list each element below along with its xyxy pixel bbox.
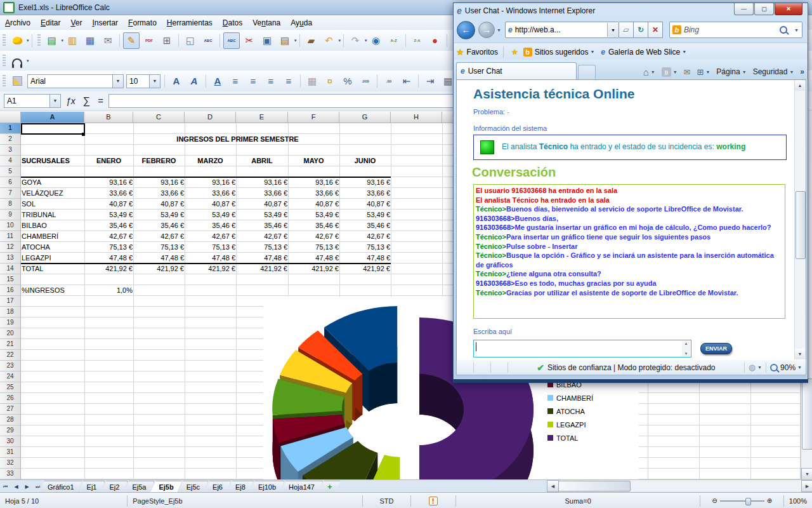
cell-C9[interactable]: 53,49 € xyxy=(134,210,187,220)
menu-insertar[interactable]: Insertar xyxy=(87,17,123,29)
align-left-button[interactable]: ≡ xyxy=(227,73,244,90)
chevron-down-icon[interactable]: ▼ xyxy=(590,50,594,54)
vscroll-thumb[interactable] xyxy=(802,378,812,450)
underline-button[interactable]: A xyxy=(209,73,226,90)
cell-D12[interactable]: 75,13 € xyxy=(185,242,238,253)
cell-D10[interactable]: 35,46 € xyxy=(185,220,238,231)
row-header-14[interactable]: 14 xyxy=(0,264,21,274)
font-name-combo[interactable]: Arial ▼ xyxy=(27,74,124,88)
new-tab-button[interactable] xyxy=(578,65,596,79)
cell-A12[interactable]: ATOCHA xyxy=(22,242,84,253)
sheet-tab-ej2[interactable]: Ej2 xyxy=(101,481,128,493)
cell-E9[interactable]: 53,49 € xyxy=(237,210,290,220)
address-bar[interactable]: e http://web.a... ▼ xyxy=(505,22,619,38)
cell-E4[interactable]: ABRIL xyxy=(237,156,287,166)
chevron-down-icon[interactable]: ▾ xyxy=(365,38,367,43)
sheet-tab-hoja147[interactable]: Hoja147 xyxy=(280,481,323,493)
read-mail-button[interactable]: ✉ xyxy=(684,64,691,79)
print-button[interactable]: ⊞▼ xyxy=(697,64,710,79)
minimize-button[interactable]: — xyxy=(734,3,754,15)
cell-C12[interactable]: 75,13 € xyxy=(134,242,187,253)
cell-B13[interactable]: 47,48 € xyxy=(85,253,135,264)
cell-D14[interactable]: 421,92 € xyxy=(185,264,238,274)
menu-archivo[interactable]: Archivo xyxy=(0,17,36,29)
font-size-combo[interactable]: 10 ▼ xyxy=(126,74,160,88)
feeds-button[interactable]: ))▼ xyxy=(662,64,678,79)
paste-button[interactable]: ▤ xyxy=(277,32,293,49)
row-header-9[interactable]: 9 xyxy=(0,210,21,220)
page-menu-button[interactable]: Página▼ xyxy=(716,64,746,79)
column-header-A[interactable]: A xyxy=(21,112,84,123)
copy-button[interactable]: ▣ xyxy=(259,32,275,49)
cell-styles-button[interactable] xyxy=(9,73,25,90)
bold-button[interactable]: A xyxy=(168,73,185,90)
row-header-31[interactable]: 31 xyxy=(0,447,21,458)
scroll-left-button[interactable]: ◀ xyxy=(547,480,559,492)
delete-decimal-button[interactable]: .00 xyxy=(381,73,397,90)
chevron-down-icon[interactable]: ▼ xyxy=(112,75,123,88)
cell-E14[interactable]: 421,92 € xyxy=(237,264,290,274)
status-page-style[interactable]: PageStyle_Ej5b xyxy=(128,495,363,507)
export-pdf-button[interactable]: PDF xyxy=(141,32,157,49)
menu-editar[interactable]: Editar xyxy=(36,17,65,29)
suggested-sites-button[interactable]: Sitios sugeridos xyxy=(535,48,589,57)
row-header-27[interactable]: 27 xyxy=(0,404,21,415)
formula-icon[interactable]: = xyxy=(98,95,103,106)
prev-sheet-button[interactable]: ◀ xyxy=(11,481,22,492)
chevron-down-icon[interactable]: ▾ xyxy=(27,58,29,64)
cell-F13[interactable]: 47,48 € xyxy=(289,253,341,264)
cell-G12[interactable]: 75,13 € xyxy=(340,242,393,253)
column-header-H[interactable]: H xyxy=(391,112,442,123)
menu-ventana[interactable]: Ventana xyxy=(247,17,285,29)
page-zoom-button[interactable]: 90% ▼ xyxy=(766,363,806,373)
row-header-23[interactable]: 23 xyxy=(0,361,21,371)
spellcheck-button[interactable]: ABC xyxy=(200,32,216,49)
add-decimal-button[interactable]: .000 xyxy=(357,73,374,90)
auto-spellcheck-button[interactable]: ABC xyxy=(223,32,240,49)
cell-A7[interactable]: VELÁZQUEZ xyxy=(22,188,84,199)
align-right-button[interactable]: ≡ xyxy=(263,73,279,90)
row-header-11[interactable]: 11 xyxy=(0,231,21,242)
open-button[interactable]: ▥ xyxy=(64,32,81,49)
cell-A13[interactable]: LEGAZPI xyxy=(22,253,84,264)
sheet-tab-ej1[interactable]: Ej1 xyxy=(79,481,105,493)
cell-A6[interactable]: GOYA xyxy=(22,177,84,188)
sort-descending-button[interactable]: Z-A xyxy=(409,32,426,49)
chevron-down-icon[interactable]: ▾ xyxy=(27,38,29,43)
cell-selection[interactable] xyxy=(21,123,85,135)
row-header-32[interactable]: 32 xyxy=(0,458,21,469)
cell-G13[interactable]: 47,48 € xyxy=(340,253,393,264)
input-scrollbar[interactable]: ▲▼ xyxy=(682,341,690,356)
cell-A14[interactable]: TOTAL xyxy=(22,264,84,274)
scroll-up-button[interactable]: ▲ xyxy=(795,80,805,91)
justify-button[interactable]: ≡ xyxy=(280,73,297,90)
row-header-12[interactable]: 12 xyxy=(0,242,21,253)
row-header-19[interactable]: 19 xyxy=(0,318,21,328)
cell-E8[interactable]: 40,87 € xyxy=(237,199,290,210)
support-headset-button[interactable] xyxy=(9,53,25,69)
search-options-chevron[interactable]: ▼ xyxy=(794,28,799,32)
cell-D13[interactable]: 47,48 € xyxy=(185,253,238,264)
function-wizard-icon[interactable]: ƒx xyxy=(66,96,75,106)
row-header-28[interactable]: 28 xyxy=(0,415,21,425)
cell-F11[interactable]: 42,67 € xyxy=(289,231,341,242)
chevron-down-icon[interactable]: ▾ xyxy=(62,38,64,43)
undo-button[interactable]: ↶ xyxy=(321,32,337,49)
chevron-down-icon[interactable]: ▼ xyxy=(682,50,686,54)
maximize-button[interactable]: ▢ xyxy=(754,3,774,15)
cell-F10[interactable]: 35,46 € xyxy=(289,220,341,231)
row-header-22[interactable]: 22 xyxy=(0,350,21,361)
row-header-4[interactable]: 4 xyxy=(0,156,21,166)
cell-E13[interactable]: 47,48 € xyxy=(237,253,290,264)
clone-formatting-button[interactable]: ▰ xyxy=(303,32,320,49)
cell-B6[interactable]: 93,16 € xyxy=(85,177,135,188)
search-icon[interactable] xyxy=(780,26,787,34)
cell-C11[interactable]: 42,67 € xyxy=(134,231,187,242)
merge-cells-button[interactable]: ▦ xyxy=(304,73,320,90)
cell-D11[interactable]: 42,67 € xyxy=(185,231,238,242)
cell-C13[interactable]: 47,48 € xyxy=(134,253,187,264)
cell-B8[interactable]: 40,87 € xyxy=(85,199,135,210)
cell-C4[interactable]: FEBRERO xyxy=(134,156,184,166)
cell-G8[interactable]: 40,87 € xyxy=(340,199,393,210)
chevron-down-icon[interactable]: ▾ xyxy=(294,38,297,43)
